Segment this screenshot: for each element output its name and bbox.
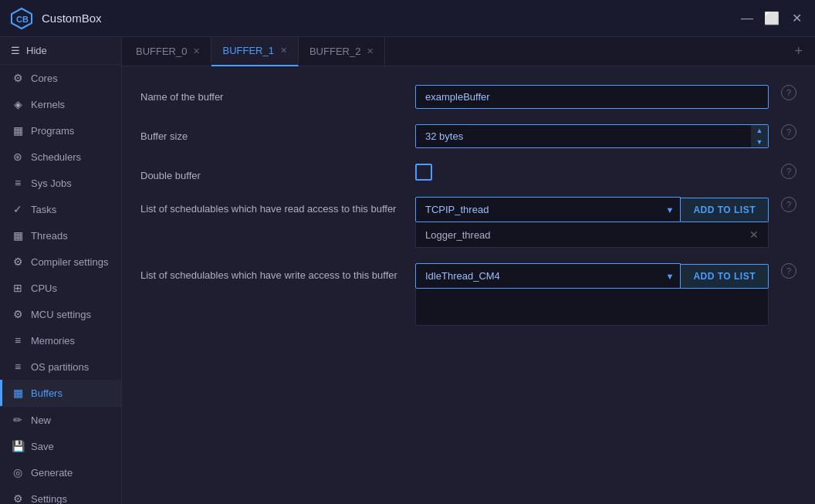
new-icon: ✏ (11, 414, 25, 426)
tab-buffer0[interactable]: BUFFER_0 ✕ (125, 37, 211, 66)
sidebar-item-mcu-settings[interactable]: ⚙ MCU settings (0, 301, 121, 327)
sidebar-item-kernels[interactable]: ◈ Kernels (0, 91, 121, 117)
sidebar-label-generate: Generate (31, 467, 73, 479)
spinner-down-button[interactable]: ▼ (751, 137, 768, 148)
sidebar-item-cpus[interactable]: ⊞ CPUs (0, 275, 121, 301)
tab-label-buffer0: BUFFER_0 (136, 46, 187, 57)
sidebar-label-cpus: CPUs (31, 282, 57, 294)
sidebar-item-cores[interactable]: ⚙ Cores (0, 65, 121, 91)
main-panel: BUFFER_0 ✕ BUFFER_1 ✕ BUFFER_2 ✕ + Name … (122, 37, 815, 504)
read-item-remove-0[interactable]: ✕ (749, 228, 759, 241)
help-icon-name[interactable]: ? (781, 85, 796, 100)
svg-text:CB: CB (16, 15, 29, 24)
sidebar-item-settings[interactable]: ⚙ Settings (0, 485, 121, 504)
cores-icon: ⚙ (11, 72, 25, 84)
form-row-double-buffer: Double buffer ? (140, 164, 796, 181)
read-item-label-0: Logger_thread (425, 229, 491, 241)
hamburger-icon: ☰ (11, 45, 20, 56)
save-icon: 💾 (11, 440, 25, 452)
tab-close-buffer2[interactable]: ✕ (367, 46, 374, 56)
generate-icon: ◎ (11, 466, 25, 479)
sidebar-item-programs[interactable]: ▦ Programs (0, 117, 121, 144)
list-item: Logger_thread ✕ (416, 222, 768, 247)
read-access-input-row: TCPIP_thread Logger_thread MainThread ▼ … (415, 197, 769, 222)
form-control-write-access: IdleThread_CM4 MainThread_CM4 ▼ ADD TO L… (415, 263, 769, 326)
tab-close-buffer1[interactable]: ✕ (280, 46, 287, 56)
read-access-select-wrapper: TCPIP_thread Logger_thread MainThread ▼ (415, 197, 681, 222)
buffer-name-input[interactable] (415, 85, 769, 109)
help-icon-size[interactable]: ? (781, 124, 796, 140)
sidebar-item-compiler-settings[interactable]: ⚙ Compiler settings (0, 249, 121, 275)
sidebar-item-os-partitions[interactable]: ≡ OS partitions (0, 353, 121, 380)
write-access-list-area: IdleThread_CM4 MainThread_CM4 ▼ ADD TO L… (415, 263, 769, 326)
maximize-button[interactable]: ⬜ (763, 9, 781, 28)
cpus-icon: ⊞ (11, 282, 25, 294)
sidebar-item-memories[interactable]: ≡ Memories (0, 327, 121, 353)
sidebar-label-cores: Cores (31, 73, 58, 84)
close-button[interactable]: ✕ (787, 9, 806, 28)
double-buffer-checkbox[interactable] (415, 164, 432, 181)
help-icon-write-access[interactable]: ? (781, 263, 796, 279)
form-row-read-access: List of schedulables which have read acc… (140, 197, 796, 248)
kernels-icon: ◈ (11, 98, 25, 110)
tab-close-buffer0[interactable]: ✕ (193, 46, 200, 56)
form-row-name: Name of the buffer ? (140, 85, 796, 109)
sys-jobs-icon: ≡ (11, 177, 25, 189)
sidebar-item-threads[interactable]: ▦ Threads (0, 222, 121, 249)
memories-icon: ≡ (11, 334, 25, 347)
form-label-name: Name of the buffer (140, 85, 403, 103)
help-icon-double-buffer[interactable]: ? (781, 164, 796, 179)
tab-buffer1[interactable]: BUFFER_1 ✕ (211, 37, 298, 66)
sidebar-label-settings: Settings (31, 493, 67, 505)
sidebar-label-save: Save (31, 441, 54, 452)
form-control-size: ▲ ▼ (415, 124, 769, 148)
window-controls: — ⬜ ✕ (738, 9, 806, 28)
settings-icon: ⚙ (11, 492, 25, 504)
minimize-button[interactable]: — (738, 9, 756, 28)
main-layout: ☰ Hide ⚙ Cores ◈ Kernels ▦ Programs ⊛ Sc… (0, 37, 815, 504)
write-access-add-button[interactable]: ADD TO LIST (681, 264, 769, 289)
tabbar: BUFFER_0 ✕ BUFFER_1 ✕ BUFFER_2 ✕ + (122, 37, 815, 66)
form-label-size: Buffer size (140, 124, 403, 142)
read-access-list-area: TCPIP_thread Logger_thread MainThread ▼ … (415, 197, 769, 248)
tab-add-button[interactable]: + (785, 43, 812, 59)
sidebar-item-save[interactable]: 💾 Save (0, 433, 121, 459)
sidebar-item-new[interactable]: ✏ New (0, 407, 121, 433)
sidebar-label-os-partitions: OS partitions (31, 361, 89, 373)
write-access-list-items (415, 289, 769, 326)
write-access-select[interactable]: IdleThread_CM4 MainThread_CM4 (416, 264, 680, 288)
buffers-icon: ▦ (11, 387, 25, 399)
form-label-write-access: List of schedulables which have write ac… (140, 263, 403, 281)
sidebar-item-sys-jobs[interactable]: ≡ Sys Jobs (0, 170, 121, 196)
tasks-icon: ✓ (11, 203, 25, 215)
write-access-input-row: IdleThread_CM4 MainThread_CM4 ▼ ADD TO L… (415, 263, 769, 289)
programs-icon: ▦ (11, 124, 25, 137)
tab-buffer2[interactable]: BUFFER_2 ✕ (299, 37, 385, 66)
form-label-read-access: List of schedulables which have read acc… (140, 197, 403, 215)
read-access-select[interactable]: TCPIP_thread Logger_thread MainThread (416, 198, 680, 222)
titlebar: CB CustomBox — ⬜ ✕ (0, 0, 815, 37)
sidebar-label-new: New (31, 414, 51, 426)
sidebar-item-schedulers[interactable]: ⊛ Schedulers (0, 144, 121, 170)
os-partitions-icon: ≡ (11, 360, 25, 373)
content-area: Name of the buffer ? Buffer size ▲ ▼ (122, 66, 815, 504)
help-icon-read-access[interactable]: ? (781, 197, 796, 212)
form-row-write-access: List of schedulables which have write ac… (140, 263, 796, 326)
read-access-add-button[interactable]: ADD TO LIST (681, 198, 769, 222)
schedulers-icon: ⊛ (11, 151, 25, 163)
threads-icon: ▦ (11, 229, 25, 242)
sidebar-label-mcu-settings: MCU settings (31, 309, 91, 320)
sidebar-label-sys-jobs: Sys Jobs (31, 178, 72, 189)
sidebar: ☰ Hide ⚙ Cores ◈ Kernels ▦ Programs ⊛ Sc… (0, 37, 122, 504)
write-access-select-wrapper: IdleThread_CM4 MainThread_CM4 ▼ (415, 263, 681, 289)
sidebar-label-programs: Programs (31, 125, 74, 137)
mcu-settings-icon: ⚙ (11, 308, 25, 320)
form-row-size: Buffer size ▲ ▼ ? (140, 124, 796, 148)
spinner-up-button[interactable]: ▲ (751, 125, 768, 137)
sidebar-item-buffers[interactable]: ▦ Buffers (0, 380, 121, 406)
sidebar-hide-button[interactable]: ☰ Hide (0, 37, 121, 65)
sidebar-item-generate[interactable]: ◎ Generate (0, 459, 121, 485)
buffer-size-input[interactable] (416, 125, 751, 147)
form-control-read-access: TCPIP_thread Logger_thread MainThread ▼ … (415, 197, 769, 248)
sidebar-item-tasks[interactable]: ✓ Tasks (0, 196, 121, 222)
